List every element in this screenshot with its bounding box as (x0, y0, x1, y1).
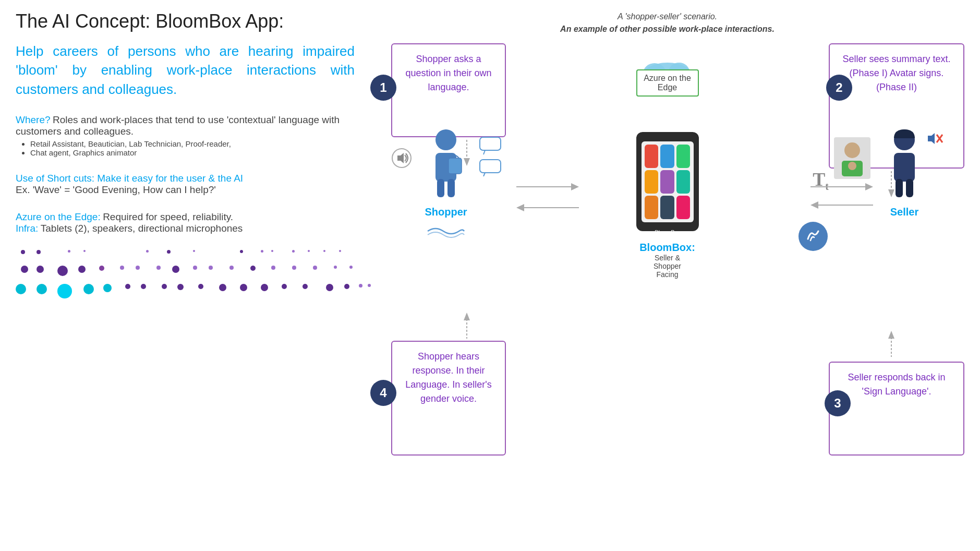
svg-rect-21 (906, 179, 913, 197)
svg-rect-13 (480, 160, 501, 173)
step2-text: Seller sees summary text. (Phase I) Avat… (842, 54, 950, 92)
dot (37, 284, 47, 294)
app-icon-2 (660, 145, 674, 168)
arrow-down-2 (886, 171, 897, 199)
app-icon-8 (660, 196, 674, 219)
dot (271, 266, 275, 270)
where-text: Roles and work-places that tend to use '… (16, 114, 340, 137)
dot (146, 250, 149, 253)
dot (57, 284, 72, 298)
azure-edge-label: Azure on the Edge: (16, 211, 101, 222)
tablet-screen (642, 141, 694, 222)
dot (16, 284, 26, 294)
dot (103, 284, 112, 292)
dot (37, 266, 44, 273)
dot (68, 250, 70, 253)
dot (120, 266, 124, 270)
shortcuts-text: Ex. 'Wave' = 'Good Evening, How can I he… (16, 184, 355, 196)
left-panel: The AI Concept: BloomBox App: Help caree… (16, 10, 370, 546)
dot (271, 250, 273, 252)
azure-box-text: Azure on the Edge (644, 74, 691, 92)
app-icon-9 (676, 196, 691, 219)
dot (21, 250, 25, 254)
dot (193, 266, 197, 270)
dot (99, 266, 104, 271)
step4-text: Shopper hears response. In their Languag… (405, 351, 492, 404)
svg-point-7 (435, 129, 456, 150)
dot (349, 266, 353, 269)
svg-marker-6 (397, 153, 404, 163)
arrow-down-1 (462, 140, 472, 168)
app-icon-5 (660, 170, 674, 194)
dot (240, 250, 243, 253)
dot (308, 250, 310, 252)
shortcuts-section: Use of Short cuts: Make it easy for the … (16, 173, 355, 196)
infra-label: Infra: (16, 223, 38, 234)
infra-text: Tablets (2), speakers, directional micro… (41, 223, 243, 234)
mute-icon (925, 129, 943, 150)
dot (313, 266, 317, 270)
bullet-item-2: Chat agent, Graphics animator (30, 148, 355, 157)
bullet-list: Retail Assistant, Beautician, Lab Techni… (30, 139, 355, 157)
svg-marker-32 (810, 201, 818, 209)
sign-language-svg (797, 221, 829, 252)
dot (359, 284, 362, 288)
arrow-left-from-seller (810, 197, 873, 213)
scenario-line1: A 'shopper-seller' scenario. (618, 12, 717, 21)
step-circle-1: 1 (370, 75, 396, 101)
dot (78, 266, 86, 273)
step3-text: Seller responds back in 'Sign Language'. (848, 372, 945, 397)
app-icon-7 (645, 196, 659, 219)
arrow-down-svg-1 (462, 140, 472, 166)
svg-marker-22 (928, 133, 935, 144)
dot (334, 266, 337, 269)
center-tablet: BloomBox (636, 132, 699, 231)
dot (167, 250, 171, 254)
step-circle-3: 3 (825, 390, 851, 416)
scenario-description: A 'shopper-seller' scenario. An example … (370, 10, 964, 35)
dot (250, 266, 256, 271)
diagram: 1 Shopper asks a question in their own l… (370, 43, 964, 502)
arrow-right-svg (516, 179, 579, 195)
app-icon-6 (676, 170, 691, 194)
dot (83, 250, 86, 252)
step-circle-2: 2 (826, 75, 852, 101)
seller-photo (834, 137, 870, 181)
step-box-1: Shopper asks a question in their own lan… (391, 43, 506, 137)
dot (193, 250, 195, 252)
dot (240, 284, 247, 291)
page-title: The AI Concept: BloomBox App: (16, 10, 355, 32)
shortcuts-label: Use of Short cuts: Make it easy for the … (16, 173, 355, 184)
where-label: Where? (16, 114, 51, 125)
dot (292, 250, 295, 253)
dot (303, 284, 308, 289)
speaker-icon (391, 148, 412, 171)
where-section: Where? Roles and work-places that tend t… (16, 114, 355, 157)
dot (326, 284, 333, 291)
app-icon-4 (645, 170, 659, 194)
step-circle-4: 4 (370, 380, 396, 406)
svg-marker-37 (888, 189, 894, 197)
bloombox-sub1: Seller & (639, 254, 695, 262)
seller-photo-svg (834, 137, 870, 179)
mute-svg (925, 129, 943, 148)
svg-rect-12 (480, 137, 501, 150)
svg-marker-30 (865, 183, 873, 190)
step-box-4: Shopper hears response. In their Languag… (391, 341, 506, 456)
arrow-shopper-to-tablet (516, 179, 579, 197)
svg-marker-15 (571, 183, 579, 190)
arrow-seller-to-tablet (810, 197, 873, 215)
dot (229, 266, 234, 270)
arrow-up-svg-3 (886, 331, 897, 357)
arrow-up-svg (462, 313, 472, 339)
dot (21, 266, 28, 273)
svg-marker-17 (516, 204, 524, 211)
dot (162, 284, 167, 289)
dot (198, 284, 203, 289)
headline-text: Help careers of persons who are hearing … (16, 42, 355, 99)
dots-decoration (16, 250, 355, 313)
speech-bubbles-svg (477, 135, 509, 176)
bullet-item-1: Retail Assistant, Beautician, Lab Techni… (30, 139, 355, 148)
arrow-down-svg-2 (886, 171, 897, 197)
dot (156, 266, 161, 270)
